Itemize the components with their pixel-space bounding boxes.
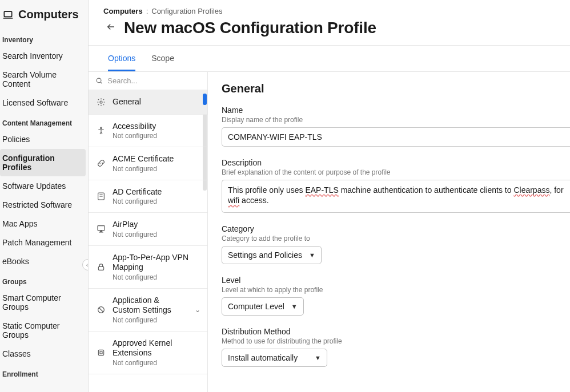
- form-heading: General: [222, 82, 570, 95]
- label-category: Category: [222, 224, 570, 233]
- sidebar-title: Computers: [0, 0, 88, 29]
- select-distribution[interactable]: Install automatically ▼: [222, 349, 327, 367]
- select-level[interactable]: Computer Level ▼: [222, 297, 304, 316]
- payload-status: Not configured: [113, 359, 202, 367]
- select-value: Computer Level: [228, 302, 284, 311]
- payload-status: Not configured: [113, 231, 202, 239]
- input-description[interactable]: This profile only uses EAP-TLS machine a…: [222, 180, 570, 213]
- input-name[interactable]: [222, 127, 570, 147]
- svg-marker-11: [99, 231, 102, 233]
- id-icon: [97, 192, 106, 201]
- tabbar: Options Scope: [89, 46, 570, 71]
- payload-name: Approved Kernel Extensions: [113, 338, 202, 358]
- sidebar-item-patch-management[interactable]: Patch Management: [0, 233, 86, 252]
- help-distribution: Method to use for distributing the profi…: [222, 337, 570, 345]
- svg-point-6: [101, 127, 102, 129]
- block-icon: [97, 305, 106, 314]
- payload-app-custom-settings[interactable]: Application & Custom SettingsNot configu…: [89, 289, 207, 332]
- svg-line-4: [101, 82, 102, 83]
- select-value: Settings and Policies: [228, 250, 302, 260]
- arrow-left-icon: [106, 22, 116, 32]
- link-icon: [97, 159, 106, 168]
- payload-scrollbar-thumb[interactable]: [203, 94, 207, 105]
- sidebar-section-content: Content Management: [0, 112, 88, 130]
- sidebar-item-restricted-software[interactable]: Restricted Software: [0, 196, 86, 214]
- svg-rect-15: [98, 350, 103, 355]
- sidebar-section-inventory: Inventory: [0, 29, 88, 46]
- sidebar-item-mac-apps[interactable]: Mac Apps: [0, 215, 86, 233]
- caret-down-icon: ▼: [291, 303, 298, 310]
- breadcrumb-sep: :: [146, 7, 148, 15]
- kernel-icon: [97, 348, 106, 357]
- payload-acme-cert[interactable]: ACME CertificateNot configured: [89, 147, 207, 180]
- field-name: Name Display name of the profile: [222, 106, 570, 147]
- help-level: Level at which to apply the profile: [222, 286, 570, 294]
- sidebar-item-software-updates[interactable]: Software Updates: [0, 177, 86, 195]
- payload-vpn-mapping[interactable]: App-To-Per-App VPN MappingNot configured: [89, 246, 207, 289]
- sidebar-item-static-groups[interactable]: Static Computer Groups: [0, 317, 86, 344]
- field-level: Level Level at which to apply the profil…: [222, 276, 570, 316]
- back-button[interactable]: [103, 19, 118, 37]
- payload-status: Not configured: [113, 316, 187, 324]
- select-value: Install automatically: [228, 353, 298, 362]
- select-category[interactable]: Settings and Policies ▼: [222, 246, 322, 264]
- sidebar-item-policies[interactable]: Policies: [0, 130, 86, 148]
- svg-line-14: [99, 308, 103, 312]
- field-category: Category Category to add the profile to …: [222, 224, 570, 264]
- field-distribution: Distribution Method Method to use for di…: [222, 327, 570, 367]
- payload-accessibility[interactable]: AccessibilityNot configured: [89, 115, 207, 148]
- label-description: Description: [222, 158, 570, 167]
- payload-kernel-ext[interactable]: Approved Kernel ExtensionsNot configured: [89, 332, 207, 374]
- lock-icon: [97, 262, 106, 272]
- sidebar-item-classes[interactable]: Classes: [0, 345, 86, 363]
- search-icon: [95, 76, 103, 85]
- payload-status: Not configured: [113, 165, 202, 173]
- svg-rect-0: [4, 11, 11, 17]
- help-name: Display name of the profile: [222, 116, 570, 124]
- tab-scope[interactable]: Scope: [151, 46, 174, 71]
- sidebar: Computers Inventory Search Inventory Sea…: [0, 0, 89, 392]
- payload-name: App-To-Per-App VPN Mapping: [113, 253, 202, 273]
- payload-airplay[interactable]: AirPlayNot configured: [89, 213, 207, 246]
- label-distribution: Distribution Method: [222, 327, 570, 336]
- sidebar-title-text: Computers: [18, 8, 79, 21]
- payload-status: Not configured: [113, 273, 202, 281]
- help-description: Brief explanation of the content or purp…: [222, 168, 570, 176]
- label-level: Level: [222, 276, 570, 285]
- payload-search: [89, 72, 207, 90]
- svg-rect-10: [98, 226, 105, 231]
- svg-point-5: [100, 101, 102, 103]
- payload-panel: General AccessibilityNot configured ACME…: [89, 72, 208, 392]
- sidebar-item-ebooks[interactable]: eBooks: [0, 252, 86, 270]
- tab-options[interactable]: Options: [108, 46, 135, 71]
- sidebar-item-search-inventory[interactable]: Search Inventory: [0, 47, 86, 65]
- payload-name: Accessibility: [113, 122, 202, 132]
- sidebar-item-config-profiles[interactable]: Configuration Profiles: [0, 149, 86, 176]
- payload-name: AirPlay: [113, 220, 202, 230]
- sidebar-item-search-volume[interactable]: Search Volume Content: [0, 66, 86, 93]
- caret-down-icon: ▼: [315, 354, 321, 361]
- payload-status: Not configured: [113, 197, 202, 205]
- breadcrumb-leaf[interactable]: Configuration Profiles: [151, 7, 222, 15]
- sidebar-item-licensed-software[interactable]: Licensed Software: [0, 94, 86, 112]
- svg-point-3: [97, 78, 101, 83]
- payload-ad-cert[interactable]: AD CertificateNot configured: [89, 180, 207, 213]
- payload-general[interactable]: General: [89, 90, 207, 115]
- chevron-down-icon[interactable]: ⌄: [194, 306, 202, 314]
- accessibility-icon: [97, 126, 106, 135]
- sidebar-item-smart-groups[interactable]: Smart Computer Groups: [0, 289, 86, 316]
- search-input[interactable]: [107, 76, 200, 85]
- payload-name: General: [113, 97, 202, 107]
- form-panel: General Name Display name of the profile…: [208, 72, 570, 392]
- display-icon: [97, 224, 106, 233]
- label-name: Name: [222, 106, 570, 115]
- settings-icon: [97, 98, 106, 107]
- laptop-icon: [2, 9, 14, 21]
- payload-name: AD Certificate: [113, 187, 202, 197]
- field-description: Description Brief explanation of the con…: [222, 158, 570, 213]
- payload-name: Application & Custom Settings: [113, 296, 187, 316]
- breadcrumb-root[interactable]: Computers: [103, 7, 143, 15]
- svg-rect-16: [100, 351, 102, 354]
- breadcrumb: Computers : Configuration Profiles: [89, 0, 570, 18]
- sidebar-section-groups: Groups: [0, 271, 88, 288]
